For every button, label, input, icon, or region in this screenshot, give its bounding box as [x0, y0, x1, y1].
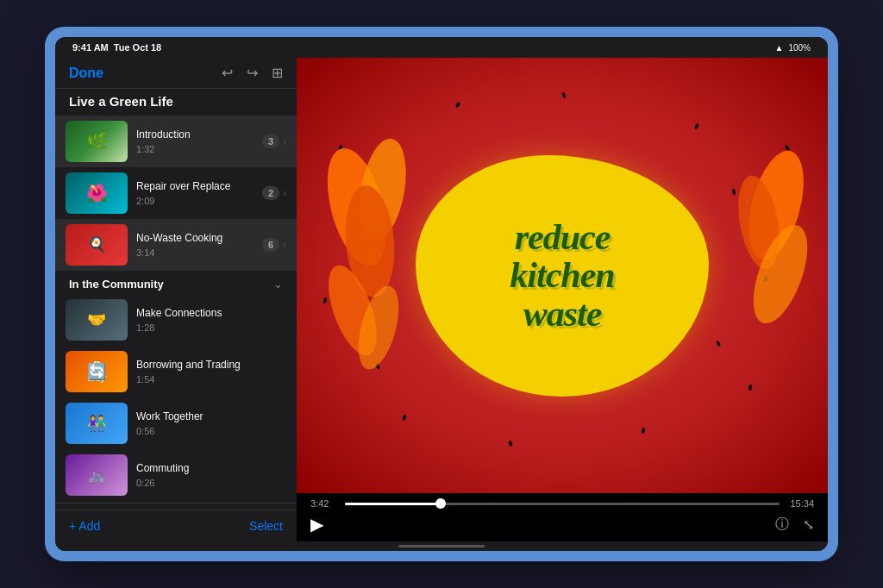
play-button[interactable]: ▶ — [310, 514, 323, 535]
video-name: Work Together — [136, 410, 278, 424]
list-item[interactable]: No-Waste Cooking 3:14 6 › — [55, 219, 297, 271]
video-duration: 2:09 — [136, 196, 254, 206]
list-item[interactable]: Repair over Replace 2:09 2 › — [55, 167, 297, 219]
video-info: Introduction 1:32 — [128, 128, 262, 154]
reduce-text: reducekitchenwaste — [501, 210, 623, 341]
add-button[interactable]: + Add — [69, 519, 100, 533]
sidebar-scroll[interactable]: Introduction 1:32 3 › Repair over Replac… — [55, 116, 297, 510]
dragon-fruit-background: reducekitchenwaste — [297, 58, 828, 493]
select-button[interactable]: Select — [249, 519, 283, 533]
video-duration: 1:32 — [136, 144, 254, 154]
video-name: No-Waste Cooking — [136, 232, 254, 246]
player-controls: 3:42 15:34 ▶ ⓘ ⤡ — [297, 493, 828, 541]
list-item[interactable]: Bertly Borrowing and Trading 1:54 — [55, 346, 297, 397]
video-thumbnail-cooking — [66, 224, 128, 266]
undo-icon[interactable]: ↩ — [222, 65, 233, 81]
left-flames — [323, 138, 417, 414]
status-bar: 9:41 AM Tue Oct 18 ▲ 100% — [55, 37, 828, 58]
video-name: Repair over Replace — [136, 180, 254, 194]
chevron-right-icon: › — [283, 239, 286, 251]
control-buttons: ▶ ⓘ ⤡ — [310, 514, 814, 535]
current-time: 3:42 — [310, 498, 336, 509]
chevron-down-icon: ⌄ — [273, 278, 283, 291]
list-item[interactable]: Make Connections 1:28 — [55, 294, 297, 346]
video-info: Borrowing and Trading 1:54 — [128, 359, 286, 385]
video-name: Introduction — [136, 128, 254, 142]
video-thumbnail-intro — [66, 121, 128, 162]
video-duration: 3:14 — [136, 247, 254, 258]
main-content: Done ↩ ↪ ⊞ Live a Green Life — [55, 58, 828, 541]
header-icons: ↩ ↪ ⊞ — [222, 65, 283, 81]
video-thumbnail-commuting — [66, 454, 128, 496]
chevron-right-icon: › — [283, 135, 286, 147]
fullscreen-icon[interactable]: ⤡ — [803, 516, 814, 533]
sidebar-bottom: + Add Select — [55, 510, 297, 541]
right-flames — [733, 145, 811, 360]
status-time: 9:41 AM — [72, 42, 109, 53]
video-duration: 0:56 — [136, 426, 278, 436]
video-name: Commuting — [136, 462, 278, 476]
progress-fill — [345, 503, 441, 505]
playlist-icon[interactable]: ⊞ — [272, 65, 283, 81]
video-info: Repair over Replace 2:09 — [128, 180, 262, 206]
control-right: ⓘ ⤡ — [775, 516, 814, 534]
home-bar — [398, 545, 485, 547]
status-icons: ▲ 100% — [775, 43, 811, 53]
video-info: Make Connections 1:28 — [128, 307, 286, 333]
wifi-icon: ▲ — [775, 43, 784, 53]
video-thumbnail-connections — [66, 299, 128, 341]
status-date: Tue Oct 18 — [114, 42, 161, 53]
list-item[interactable]: Work Together 0:56 — [55, 397, 297, 449]
video-badge: 6 — [262, 238, 279, 252]
section-community: In the Community ⌄ Make Connections 1:28 — [55, 271, 297, 501]
done-button[interactable]: Done — [69, 66, 103, 81]
camera-notch — [416, 27, 467, 30]
video-duration: 1:28 — [136, 322, 278, 333]
video-badge: 3 — [262, 134, 279, 148]
video-duration: 0:26 — [136, 478, 278, 488]
info-icon[interactable]: ⓘ — [775, 516, 789, 534]
video-main: reducekitchenwaste — [297, 58, 828, 493]
video-thumbnail-work — [66, 403, 128, 444]
total-time: 15:34 — [788, 498, 814, 509]
dragon-fruit-outer: reducekitchenwaste — [297, 58, 828, 493]
video-info: Commuting 0:26 — [128, 462, 286, 488]
video-thumbnail-borrowing: Bertly — [66, 351, 128, 392]
progress-bar-container: 3:42 15:34 — [310, 498, 814, 509]
sidebar-header: Done ↩ ↪ ⊞ — [55, 58, 297, 89]
ipad-screen: 9:41 AM Tue Oct 18 ▲ 100% Done ↩ ↪ ⊞ — [55, 37, 828, 551]
progress-thumb[interactable] — [435, 498, 446, 509]
video-thumbnail-repair — [66, 172, 128, 214]
list-item[interactable]: Commuting 0:26 — [55, 449, 297, 501]
progress-track[interactable] — [345, 503, 780, 505]
divider — [55, 503, 297, 504]
ipad-frame: 9:41 AM Tue Oct 18 ▲ 100% Done ↩ ↪ ⊞ — [45, 27, 838, 561]
video-name: Make Connections — [136, 307, 278, 321]
sidebar: Done ↩ ↪ ⊞ Live a Green Life — [55, 58, 297, 541]
list-item[interactable]: Introduction 1:32 3 › — [55, 116, 297, 167]
battery-label: 100% — [788, 43, 811, 53]
video-info: No-Waste Cooking 3:14 — [128, 232, 262, 258]
home-indicator — [55, 541, 828, 551]
video-duration: 1:54 — [136, 374, 278, 385]
section-live-green: Introduction 1:32 3 › Repair over Replac… — [55, 116, 297, 271]
video-badge: 2 — [262, 186, 279, 200]
section-label: In the Community — [69, 278, 164, 291]
chevron-right-icon: › — [283, 187, 286, 199]
playlist-title: Live a Green Life — [55, 89, 297, 116]
video-player: reducekitchenwaste 3:42 — [297, 58, 828, 541]
video-name: Borrowing and Trading — [136, 359, 278, 372]
video-info: Work Together 0:56 — [128, 410, 286, 436]
redo-icon[interactable]: ↪ — [247, 65, 258, 81]
section-header-community[interactable]: In the Community ⌄ — [55, 271, 297, 294]
